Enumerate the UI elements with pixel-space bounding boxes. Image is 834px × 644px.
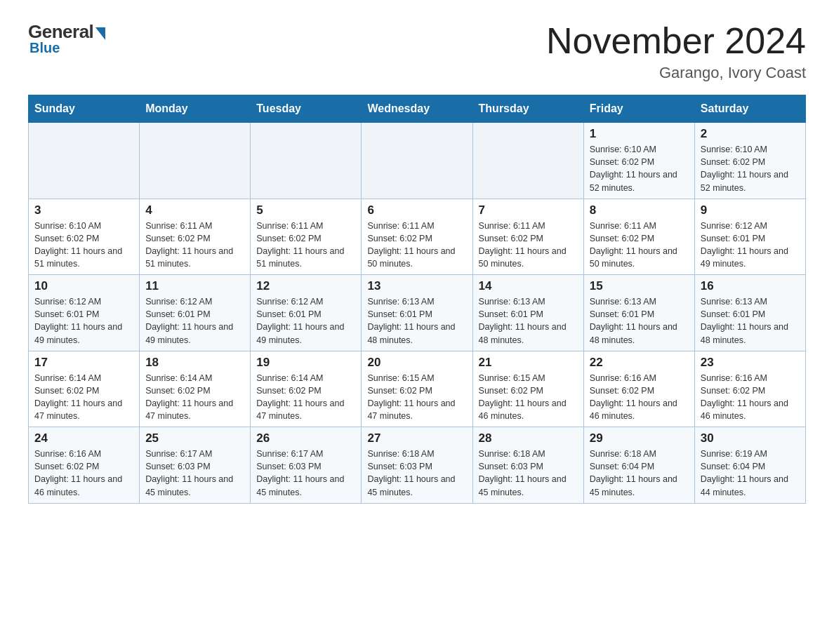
calendar-cell xyxy=(140,123,251,199)
day-number: 7 xyxy=(479,203,578,217)
day-info: Sunrise: 6:10 AMSunset: 6:02 PMDaylight:… xyxy=(590,143,689,194)
calendar-cell: 4Sunrise: 6:11 AMSunset: 6:02 PMDaylight… xyxy=(140,199,251,275)
calendar-cell: 18Sunrise: 6:14 AMSunset: 6:02 PMDayligh… xyxy=(140,351,251,427)
calendar-week-row: 24Sunrise: 6:16 AMSunset: 6:02 PMDayligh… xyxy=(29,427,806,504)
day-info: Sunrise: 6:16 AMSunset: 6:02 PMDaylight:… xyxy=(34,448,133,499)
day-number: 4 xyxy=(145,203,244,217)
month-year-title: November 2024 xyxy=(546,21,806,61)
day-number: 28 xyxy=(479,431,578,445)
calendar-cell: 23Sunrise: 6:16 AMSunset: 6:02 PMDayligh… xyxy=(694,351,805,427)
day-number: 3 xyxy=(34,203,133,217)
day-info: Sunrise: 6:18 AMSunset: 6:04 PMDaylight:… xyxy=(590,448,689,499)
day-number: 2 xyxy=(701,127,800,141)
day-info: Sunrise: 6:10 AMSunset: 6:02 PMDaylight:… xyxy=(34,220,133,271)
day-info: Sunrise: 6:13 AMSunset: 6:01 PMDaylight:… xyxy=(367,295,466,347)
day-info: Sunrise: 6:15 AMSunset: 6:02 PMDaylight:… xyxy=(367,372,466,423)
calendar-cell: 9Sunrise: 6:12 AMSunset: 6:01 PMDaylight… xyxy=(694,199,805,275)
calendar-week-row: 17Sunrise: 6:14 AMSunset: 6:02 PMDayligh… xyxy=(29,351,806,427)
calendar-header-row: SundayMondayTuesdayWednesdayThursdayFrid… xyxy=(29,95,806,123)
calendar-cell xyxy=(251,123,362,199)
calendar-cell: 2Sunrise: 6:10 AMSunset: 6:02 PMDaylight… xyxy=(694,123,805,199)
day-number: 22 xyxy=(590,356,689,370)
calendar-cell: 25Sunrise: 6:17 AMSunset: 6:03 PMDayligh… xyxy=(140,427,251,504)
day-number: 29 xyxy=(590,431,689,445)
day-info: Sunrise: 6:18 AMSunset: 6:03 PMDaylight:… xyxy=(479,448,578,499)
calendar-cell: 5Sunrise: 6:11 AMSunset: 6:02 PMDaylight… xyxy=(251,199,362,275)
calendar-cell: 21Sunrise: 6:15 AMSunset: 6:02 PMDayligh… xyxy=(472,351,583,427)
day-of-week-header: Sunday xyxy=(29,95,140,123)
calendar-cell: 28Sunrise: 6:18 AMSunset: 6:03 PMDayligh… xyxy=(472,427,583,504)
day-number: 13 xyxy=(367,279,466,293)
calendar-week-row: 10Sunrise: 6:12 AMSunset: 6:01 PMDayligh… xyxy=(29,275,806,351)
day-info: Sunrise: 6:13 AMSunset: 6:01 PMDaylight:… xyxy=(479,295,578,347)
day-info: Sunrise: 6:12 AMSunset: 6:01 PMDaylight:… xyxy=(34,295,133,347)
day-number: 1 xyxy=(590,127,689,141)
calendar-cell: 27Sunrise: 6:18 AMSunset: 6:03 PMDayligh… xyxy=(362,427,472,504)
logo-triangle-icon xyxy=(95,27,105,40)
day-number: 9 xyxy=(701,203,800,217)
day-info: Sunrise: 6:18 AMSunset: 6:03 PMDaylight:… xyxy=(367,448,466,499)
day-number: 8 xyxy=(590,203,689,217)
calendar-cell: 17Sunrise: 6:14 AMSunset: 6:02 PMDayligh… xyxy=(29,351,140,427)
day-number: 16 xyxy=(701,279,800,293)
day-of-week-header: Friday xyxy=(583,95,694,123)
logo-blue-text: Blue xyxy=(29,40,60,56)
day-number: 27 xyxy=(367,431,466,445)
day-of-week-header: Monday xyxy=(140,95,251,123)
day-info: Sunrise: 6:15 AMSunset: 6:02 PMDaylight:… xyxy=(479,372,578,423)
day-of-week-header: Saturday xyxy=(694,95,805,123)
day-info: Sunrise: 6:11 AMSunset: 6:02 PMDaylight:… xyxy=(479,220,578,271)
calendar-cell: 30Sunrise: 6:19 AMSunset: 6:04 PMDayligh… xyxy=(694,427,805,504)
day-number: 25 xyxy=(145,431,244,445)
day-number: 20 xyxy=(367,356,466,370)
logo: General Blue xyxy=(28,21,105,56)
calendar-cell: 10Sunrise: 6:12 AMSunset: 6:01 PMDayligh… xyxy=(29,275,140,351)
day-number: 15 xyxy=(590,279,689,293)
calendar-cell: 15Sunrise: 6:13 AMSunset: 6:01 PMDayligh… xyxy=(583,275,694,351)
day-number: 11 xyxy=(145,279,244,293)
day-number: 5 xyxy=(256,203,355,217)
calendar-cell: 20Sunrise: 6:15 AMSunset: 6:02 PMDayligh… xyxy=(362,351,472,427)
day-number: 10 xyxy=(34,279,133,293)
calendar-cell: 11Sunrise: 6:12 AMSunset: 6:01 PMDayligh… xyxy=(140,275,251,351)
day-info: Sunrise: 6:17 AMSunset: 6:03 PMDaylight:… xyxy=(145,448,244,499)
calendar-cell: 14Sunrise: 6:13 AMSunset: 6:01 PMDayligh… xyxy=(472,275,583,351)
calendar-table: SundayMondayTuesdayWednesdayThursdayFrid… xyxy=(28,95,806,504)
location-subtitle: Garango, Ivory Coast xyxy=(546,64,806,82)
calendar-cell: 12Sunrise: 6:12 AMSunset: 6:01 PMDayligh… xyxy=(251,275,362,351)
day-number: 14 xyxy=(479,279,578,293)
day-number: 30 xyxy=(701,431,800,445)
day-number: 21 xyxy=(479,356,578,370)
day-of-week-header: Thursday xyxy=(472,95,583,123)
day-info: Sunrise: 6:14 AMSunset: 6:02 PMDaylight:… xyxy=(145,372,244,423)
calendar-cell: 29Sunrise: 6:18 AMSunset: 6:04 PMDayligh… xyxy=(583,427,694,504)
calendar-cell: 16Sunrise: 6:13 AMSunset: 6:01 PMDayligh… xyxy=(694,275,805,351)
day-number: 18 xyxy=(145,356,244,370)
day-info: Sunrise: 6:14 AMSunset: 6:02 PMDaylight:… xyxy=(256,372,355,423)
day-of-week-header: Wednesday xyxy=(362,95,472,123)
calendar-cell: 26Sunrise: 6:17 AMSunset: 6:03 PMDayligh… xyxy=(251,427,362,504)
page-header: General Blue November 2024 Garango, Ivor… xyxy=(28,21,806,82)
calendar-cell: 13Sunrise: 6:13 AMSunset: 6:01 PMDayligh… xyxy=(362,275,472,351)
calendar-cell: 6Sunrise: 6:11 AMSunset: 6:02 PMDaylight… xyxy=(362,199,472,275)
day-info: Sunrise: 6:16 AMSunset: 6:02 PMDaylight:… xyxy=(701,372,800,423)
day-number: 19 xyxy=(256,356,355,370)
day-info: Sunrise: 6:13 AMSunset: 6:01 PMDaylight:… xyxy=(590,295,689,347)
calendar-cell: 22Sunrise: 6:16 AMSunset: 6:02 PMDayligh… xyxy=(583,351,694,427)
day-number: 23 xyxy=(701,356,800,370)
day-info: Sunrise: 6:14 AMSunset: 6:02 PMDaylight:… xyxy=(34,372,133,423)
day-info: Sunrise: 6:19 AMSunset: 6:04 PMDaylight:… xyxy=(701,448,800,499)
day-number: 24 xyxy=(34,431,133,445)
calendar-cell: 8Sunrise: 6:11 AMSunset: 6:02 PMDaylight… xyxy=(583,199,694,275)
day-of-week-header: Tuesday xyxy=(251,95,362,123)
calendar-cell: 3Sunrise: 6:10 AMSunset: 6:02 PMDaylight… xyxy=(29,199,140,275)
day-info: Sunrise: 6:11 AMSunset: 6:02 PMDaylight:… xyxy=(590,220,689,271)
day-info: Sunrise: 6:13 AMSunset: 6:01 PMDaylight:… xyxy=(701,295,800,347)
day-info: Sunrise: 6:11 AMSunset: 6:02 PMDaylight:… xyxy=(367,220,466,271)
calendar-cell xyxy=(472,123,583,199)
day-info: Sunrise: 6:12 AMSunset: 6:01 PMDaylight:… xyxy=(701,220,800,271)
day-info: Sunrise: 6:11 AMSunset: 6:02 PMDaylight:… xyxy=(256,220,355,271)
day-info: Sunrise: 6:17 AMSunset: 6:03 PMDaylight:… xyxy=(256,448,355,499)
calendar-cell: 1Sunrise: 6:10 AMSunset: 6:02 PMDaylight… xyxy=(583,123,694,199)
calendar-cell xyxy=(29,123,140,199)
